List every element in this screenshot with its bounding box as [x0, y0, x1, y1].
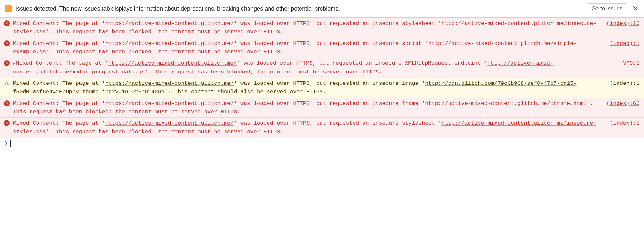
message-text: ' was loaded over HTTPS, but requested a…	[234, 100, 425, 106]
warning-icon	[4, 80, 10, 86]
error-icon: ✕	[4, 40, 10, 46]
message-text: '. This content should also be served ov…	[164, 89, 326, 95]
issues-bar: ! Issues detected. The new Issues tab di…	[0, 0, 644, 18]
console-prompt[interactable]: ❯	[0, 138, 644, 149]
error-icon: ✕	[4, 20, 10, 26]
console-message: Mixed Content: The page at 'https://acti…	[13, 79, 602, 96]
message-text: Mixed Content: The page at '	[13, 20, 105, 27]
url-link[interactable]: https://active-mixed-content.glitch.me/	[105, 100, 234, 106]
source-link[interactable]: VM9:1	[623, 59, 639, 68]
svg-rect-1	[6, 84, 7, 85]
console-message: Mixed Content: The page at 'https://acti…	[13, 19, 599, 37]
error-icon: ✕	[4, 120, 10, 126]
url-link[interactable]: https://active-mixed-content.glitch.me/	[108, 60, 237, 66]
source-link[interactable]: (index):66	[607, 99, 639, 108]
go-to-issues-button[interactable]: Go to Issues	[587, 3, 627, 14]
message-text: ' was loaded over HTTPS, but requested a…	[234, 20, 442, 27]
console-message: Mixed Content: The page at 'https://acti…	[13, 119, 602, 136]
message-text: ' was loaded over HTTPS, but requested a…	[234, 80, 425, 86]
console-message: Mixed Content: The page at 'https://acti…	[13, 99, 599, 117]
source-link[interactable]: (index):1	[610, 79, 639, 88]
url-link[interactable]: http://active-mixed-content.glitch.me/if…	[425, 100, 586, 106]
message-text: '. This request has been blocked; the co…	[46, 129, 283, 135]
message-text: '. This request has been blocked; the co…	[46, 49, 283, 55]
console-row: ✕Mixed Content: The page at 'https://act…	[0, 18, 644, 38]
console-message: ▶Mixed Content: The page at 'https://act…	[13, 59, 615, 76]
message-text: Mixed Content: The page at '	[13, 40, 105, 47]
console-message: Mixed Content: The page at 'https://acti…	[13, 39, 602, 57]
text-cursor	[10, 140, 11, 147]
prompt-caret-icon: ❯	[5, 140, 8, 147]
message-text: ' was loaded over HTTPS, but requested a…	[234, 120, 442, 126]
issues-warning-icon: !	[5, 5, 12, 12]
close-icon[interactable]: ✕	[631, 5, 639, 12]
url-link[interactable]: https://active-mixed-content.glitch.me/	[105, 20, 234, 27]
source-link[interactable]: (index):16	[607, 19, 639, 28]
message-text: Mixed Content: The page at '	[13, 120, 105, 126]
console-input[interactable]	[13, 140, 639, 147]
console-row: ✕Mixed Content: The page at 'https://act…	[0, 98, 644, 118]
console-row: ✕Mixed Content: The page at 'https://act…	[0, 117, 644, 138]
message-text: Mixed Content: The page at '	[13, 80, 105, 86]
issues-text: Issues detected. The new Issues tab disp…	[16, 6, 583, 12]
error-icon: ✕	[4, 60, 10, 66]
console-row: ✕Mixed Content: The page at 'https://act…	[0, 38, 644, 58]
message-text: ' was loaded over HTTPS, but requested a…	[234, 40, 428, 47]
url-link[interactable]: https://active-mixed-content.glitch.me/	[105, 40, 234, 47]
expand-arrow-icon[interactable]: ▶	[13, 61, 15, 66]
source-link[interactable]: (index):1	[610, 119, 639, 128]
error-icon: ✕	[4, 100, 10, 106]
source-link[interactable]: (index):1	[610, 39, 639, 48]
message-text: Mixed Content: The page at '	[13, 100, 105, 106]
console-output: ✕Mixed Content: The page at 'https://act…	[0, 18, 644, 138]
message-text: '. This request has been blocked; the co…	[46, 29, 283, 35]
console-row: ✕▶Mixed Content: The page at 'https://ac…	[0, 58, 644, 78]
url-link[interactable]: https://active-mixed-content.glitch.me/	[105, 120, 234, 126]
console-row: Mixed Content: The page at 'https://acti…	[0, 78, 644, 98]
url-link[interactable]: https://active-mixed-content.glitch.me/	[105, 80, 234, 86]
message-text: Mixed Content: The page at '	[16, 60, 108, 66]
svg-rect-0	[6, 82, 7, 84]
message-text: '. This request has been blocked; the co…	[145, 69, 382, 75]
message-text: ' was loaded over HTTPS, but requested a…	[237, 60, 487, 66]
